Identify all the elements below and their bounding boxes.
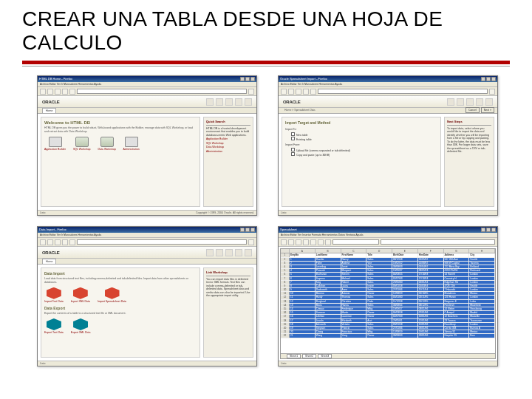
- paste-icon: [325, 239, 331, 245]
- screenshot-grid: HTML DB Home - Firefox Archivo Editar Ve…: [22, 75, 510, 366]
- import-xml-icon: Import XML Data: [71, 287, 90, 303]
- browser-menu: Archivo Editar Ver Ir Marcadores Herrami…: [279, 82, 497, 87]
- close-icon: [250, 77, 255, 81]
- title-thinline: [22, 66, 510, 66]
- sheet-tab: Sheet1: [287, 354, 301, 358]
- side-text: HTML DB is a hosted development environm…: [206, 127, 250, 137]
- side-header: Quick Search: [206, 120, 250, 125]
- close-icon: [491, 77, 496, 81]
- radio-icon: [291, 132, 295, 136]
- min-icon: [240, 77, 245, 81]
- hdr-icon: [476, 98, 483, 106]
- side-panel: Link Workshop You can import data files …: [203, 267, 253, 358]
- stop-icon: [62, 89, 68, 95]
- stop-icon: [303, 89, 309, 95]
- hdr-icon: [235, 98, 242, 106]
- side-text: To import data, select where you would l…: [447, 127, 491, 154]
- status-bar: Listo: [279, 361, 497, 366]
- sheet-tabs: Sheet1 Sheet2 Sheet3: [281, 353, 495, 358]
- radio-icon: [291, 148, 295, 151]
- tab-strip: Home: [38, 108, 256, 114]
- data-export-heading: Data Export: [44, 306, 197, 310]
- side-header: Next Steps: [447, 120, 491, 125]
- hdr-icon: [466, 98, 474, 106]
- oracle-header: ORACLE: [38, 247, 256, 259]
- screenshot-3: Data Import - Firefox Archivo Editar Ver…: [37, 226, 257, 366]
- hdr-icon: [225, 249, 233, 256]
- side-link: Administration: [206, 150, 250, 154]
- data-import-heading: Data Import: [44, 271, 197, 276]
- import-spreadsheet-icon: Import Spreadsheet Data: [98, 287, 126, 303]
- fwd-icon: [47, 89, 53, 95]
- status-bar: Listo: [279, 210, 497, 215]
- copy-icon: [318, 239, 324, 245]
- title-underline: [22, 61, 510, 64]
- max-icon: [486, 228, 491, 232]
- close-icon: [250, 228, 255, 232]
- formula-bar: [381, 239, 495, 245]
- main-panel: Import Target and Method Import To: New …: [282, 117, 441, 207]
- export-text-icon: Export Text Data: [44, 318, 64, 334]
- cut-icon: [310, 239, 316, 245]
- hdr-icon: [206, 249, 214, 256]
- side-panel: Next Steps To import data, select where …: [444, 117, 494, 207]
- welcome-heading: Welcome to HTML DB: [44, 120, 197, 125]
- export-xml-icon: Export XML Data: [71, 318, 91, 334]
- oracle-header: ORACLE: [279, 96, 497, 108]
- new-icon: [281, 239, 287, 245]
- address-bar: [318, 89, 488, 94]
- min-icon: [240, 228, 245, 232]
- oracle-logo: ORACLE: [42, 250, 60, 255]
- side-link: SQL Workshop: [206, 142, 250, 146]
- oracle-logo: ORACLE: [283, 100, 301, 104]
- go-icon: [248, 89, 254, 95]
- browser-toolbar: [38, 87, 256, 96]
- sql-workshop-icon: SQL Workshop: [73, 137, 91, 151]
- back-icon: [40, 89, 46, 95]
- oracle-header: ORACLE: [38, 96, 256, 108]
- max-icon: [245, 228, 250, 232]
- window-titlebar: Data Import - Firefox: [38, 227, 256, 233]
- window-titlebar: HTML DB Home - Firefox: [38, 76, 256, 82]
- admin-icon: Administration: [123, 137, 140, 151]
- cancel-button: Cancel: [466, 107, 480, 113]
- import-text-icon: Import Text Data: [44, 287, 64, 303]
- home-icon: [310, 89, 316, 95]
- go-icon: [489, 89, 495, 95]
- max-icon: [486, 77, 491, 81]
- side-header: Link Workshop: [206, 270, 250, 276]
- stop-icon: [62, 239, 68, 245]
- hdr-icon: [216, 249, 223, 256]
- radio-icon: [291, 152, 295, 156]
- tab-home: Home: [42, 108, 56, 113]
- address-bar: [77, 239, 247, 245]
- sheet-tab: Sheet2: [302, 354, 316, 358]
- hdr-icon: [225, 98, 233, 106]
- radio-icon: [291, 137, 295, 140]
- hdr-icon: [206, 98, 214, 106]
- slide-title: CREAR UNA TABLA DESDE UNA HOJA DE CALCUL…: [22, 7, 510, 55]
- fwd-icon: [288, 89, 294, 95]
- close-icon: [491, 228, 496, 232]
- data-import-text: Load data from structured text files, in…: [44, 277, 197, 283]
- side-link: Data Workshop: [206, 146, 250, 149]
- spreadsheet-grid: A B C D E F G H 1EmpNoLastNameFirstNameT…: [280, 248, 496, 359]
- browser-menu: Archivo Editar Ver Ir Marcadores Herrami…: [38, 82, 256, 87]
- window-title: HTML DB Home - Firefox: [39, 76, 72, 82]
- home-icon: [69, 89, 75, 95]
- window-titlebar: Spreadsheet: [279, 227, 497, 233]
- address-bar: [77, 89, 247, 94]
- data-workshop-icon: Data Workshop: [98, 137, 116, 151]
- oracle-logo: ORACLE: [42, 100, 60, 104]
- screenshot-1: HTML DB Home - Firefox Archivo Editar Ve…: [37, 75, 257, 216]
- screenshot-2: Oracle Spreadsheet Import - Firefox Arch…: [278, 75, 498, 216]
- hdr-icon: [216, 98, 223, 106]
- hdr-icon: [485, 98, 493, 106]
- data-export-text: Export the contents of a table to a stru…: [44, 312, 197, 315]
- import-heading: Import Target and Method: [285, 120, 437, 125]
- side-text: You can import data files in delimited t…: [206, 278, 250, 298]
- reload-icon: [296, 89, 301, 95]
- home-icon: [69, 239, 75, 245]
- name-box: [332, 239, 379, 245]
- browser-toolbar: [38, 238, 256, 247]
